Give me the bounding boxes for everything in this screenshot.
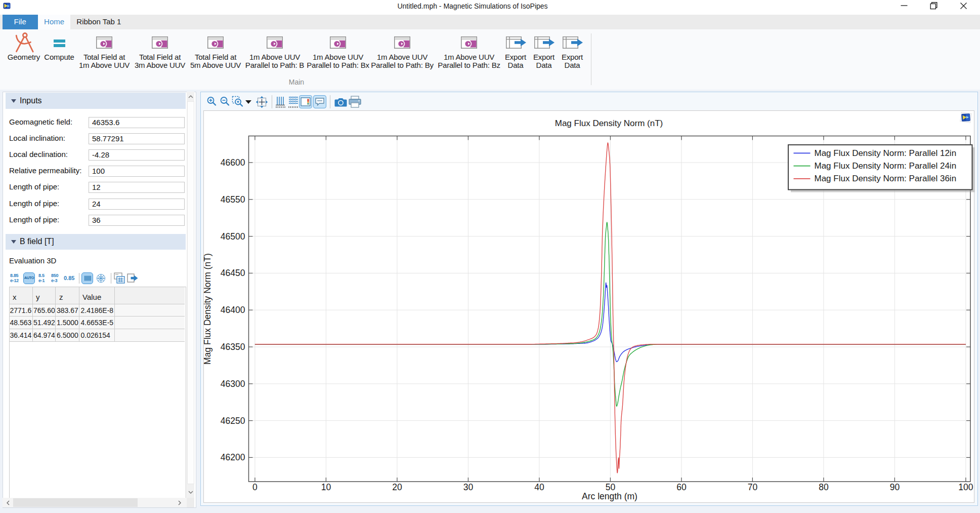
svg-text:46250: 46250 [221,416,245,426]
svg-text:70: 70 [748,482,758,492]
svg-text:Mag Flux Density Norm: Paralle: Mag Flux Density Norm: Parallel 12in [815,148,957,158]
svg-text:60: 60 [676,482,687,492]
svg-text:Mag Flux Density Norm: Paralle: Mag Flux Density Norm: Parallel 24in [815,161,957,171]
svg-text:40: 40 [534,482,544,492]
svg-text:100: 100 [958,482,973,492]
svg-text:46350: 46350 [221,342,245,352]
svg-text:80: 80 [819,482,829,492]
svg-text:50: 50 [606,482,616,492]
svg-text:Mag Flux Density Norm (nT): Mag Flux Density Norm (nT) [202,253,212,365]
svg-text:46450: 46450 [221,268,245,278]
svg-text:46300: 46300 [221,379,245,389]
svg-text:20: 20 [392,482,402,492]
svg-text:46600: 46600 [221,157,245,168]
svg-text:90: 90 [890,482,900,492]
svg-text:Arc length (m): Arc length (m) [582,491,637,501]
svg-text:0: 0 [252,482,258,492]
svg-text:30: 30 [463,482,474,492]
svg-text:46200: 46200 [221,452,245,462]
svg-text:46400: 46400 [221,305,245,315]
svg-text:Mag Flux Density Norm (nT): Mag Flux Density Norm (nT) [555,119,663,128]
svg-text:10: 10 [321,482,331,492]
svg-text:46550: 46550 [221,194,245,205]
svg-text:Mag Flux Density Norm: Paralle: Mag Flux Density Norm: Parallel 36in [815,174,957,183]
svg-text:46500: 46500 [221,231,245,242]
